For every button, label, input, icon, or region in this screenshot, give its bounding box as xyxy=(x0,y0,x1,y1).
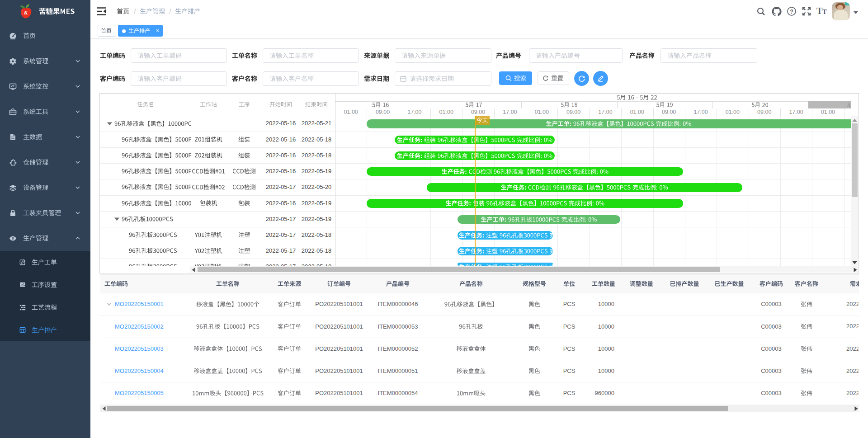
svg-text:?: ? xyxy=(790,9,793,15)
svg-text:K: K xyxy=(24,9,28,16)
